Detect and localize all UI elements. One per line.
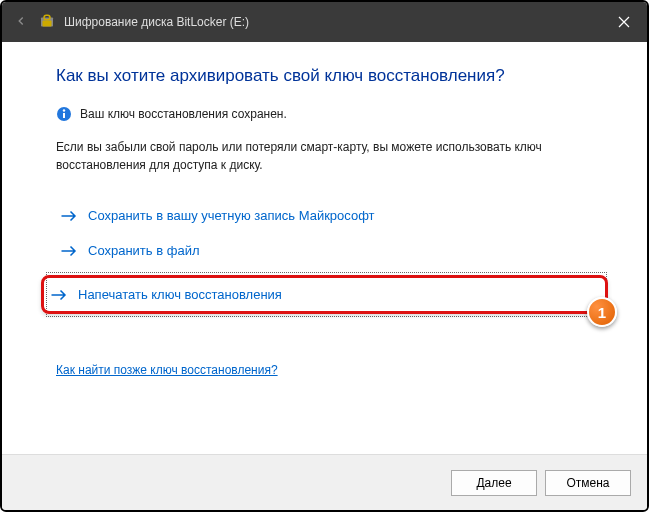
svg-rect-4: [63, 113, 65, 118]
option-focus-border: Напечатать ключ восстановления 1: [46, 272, 607, 317]
option-save-file[interactable]: Сохранить в файл: [56, 233, 607, 268]
option-label: Напечатать ключ восстановления: [78, 287, 282, 302]
back-arrow-icon[interactable]: [14, 14, 28, 31]
body-text: Если вы забыли свой пароль или потеряли …: [56, 138, 607, 174]
arrow-right-icon: [50, 288, 68, 302]
help-link[interactable]: Как найти позже ключ восстановления?: [56, 363, 278, 377]
info-icon: [56, 106, 72, 122]
svg-rect-2: [43, 21, 52, 27]
content-area: Как вы хотите архивировать свой ключ вос…: [2, 42, 647, 454]
option-print[interactable]: Напечатать ключ восстановления 1: [41, 275, 608, 314]
arrow-right-icon: [60, 209, 78, 223]
info-saved-text: Ваш ключ восстановления сохранен.: [80, 107, 287, 121]
footer: Далее Отмена: [2, 454, 647, 510]
option-label: Сохранить в файл: [88, 243, 200, 258]
option-save-microsoft[interactable]: Сохранить в вашу учетную запись Майкросо…: [56, 198, 607, 233]
svg-point-5: [63, 109, 65, 111]
window-title: Шифрование диска BitLocker (E:): [64, 15, 249, 29]
bitlocker-icon: [38, 13, 56, 31]
close-button[interactable]: [601, 2, 647, 42]
option-label: Сохранить в вашу учетную запись Майкросо…: [88, 208, 375, 223]
info-saved-row: Ваш ключ восстановления сохранен.: [56, 106, 607, 122]
close-icon: [618, 16, 630, 28]
callout-badge: 1: [587, 297, 617, 327]
next-button[interactable]: Далее: [451, 470, 537, 496]
titlebar: Шифрование диска BitLocker (E:): [2, 2, 647, 42]
arrow-right-icon: [60, 244, 78, 258]
page-title: Как вы хотите архивировать свой ключ вос…: [56, 66, 607, 86]
cancel-button[interactable]: Отмена: [545, 470, 631, 496]
